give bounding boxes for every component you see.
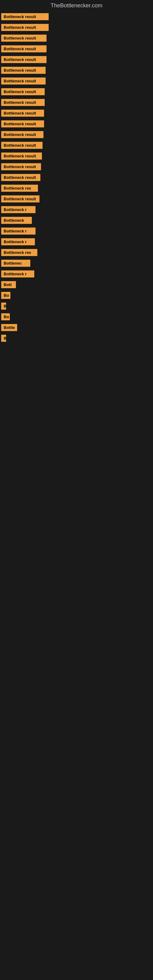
bottleneck-result-bar: Bottle: [1, 324, 17, 331]
bottleneck-result-bar: Bottleneck result: [1, 56, 46, 63]
list-item: Bottleneck result: [0, 97, 153, 108]
list-item: Bottleneck result: [0, 76, 153, 86]
list-item: Bottleneck result: [0, 108, 153, 119]
list-item: Bottleneck result: [0, 86, 153, 97]
list-item: Bottlenec: [0, 258, 153, 269]
list-item: Bottleneck res: [0, 247, 153, 258]
list-item: Bo: [0, 290, 153, 301]
bottleneck-result-bar: Bottleneck result: [1, 153, 42, 159]
bottleneck-result-bar: Bottlenec: [1, 260, 30, 267]
list-item: Bottleneck result: [0, 43, 153, 54]
bottleneck-result-bar: Bottleneck result: [1, 174, 40, 181]
bottleneck-result-bar: B: [1, 335, 6, 342]
bottleneck-result-bar: Bottleneck result: [1, 45, 46, 52]
site-title: TheBottlenecker.com: [0, 0, 153, 11]
bottleneck-result-bar: Bottleneck res: [1, 249, 37, 256]
list-item: Bottleneck result: [0, 194, 153, 204]
bottleneck-result-bar: Bottleneck result: [1, 67, 46, 74]
list-item: Bottleneck result: [0, 22, 153, 33]
bottleneck-result-bar: Bott: [1, 281, 16, 288]
bottleneck-result-bar: Bottleneck result: [1, 142, 43, 149]
bottleneck-result-bar: Bottleneck result: [1, 13, 49, 20]
bottleneck-result-bar: Bottleneck result: [1, 88, 45, 95]
list-item: Bottleneck result: [0, 161, 153, 172]
list-item: Bottleneck r: [0, 236, 153, 247]
bars-container: Bottleneck resultBottleneck resultBottle…: [0, 11, 153, 344]
list-item: Bottleneck res: [0, 183, 153, 194]
list-item: Bottleneck result: [0, 54, 153, 65]
bottleneck-result-bar: Bottleneck result: [1, 110, 44, 117]
list-item: Bottleneck r: [0, 226, 153, 236]
bottleneck-result-bar: Bottleneck r: [1, 238, 35, 245]
list-item: Bottleneck result: [0, 151, 153, 161]
bottleneck-result-bar: Bottleneck r: [1, 270, 34, 277]
list-item: Bottleneck: [0, 215, 153, 226]
bottleneck-result-bar: Bo: [1, 292, 10, 299]
list-item: Bottleneck result: [0, 172, 153, 183]
list-item: Bottleneck result: [0, 119, 153, 129]
bottleneck-result-bar: Bottleneck r: [1, 228, 35, 235]
bottleneck-result-bar: Bottleneck result: [1, 24, 49, 31]
list-item: Bottleneck result: [0, 140, 153, 151]
bottleneck-result-bar: Bottleneck result: [1, 78, 46, 84]
bottleneck-result-bar: Bottleneck: [1, 217, 32, 224]
bottleneck-result-bar: Bottleneck result: [1, 35, 46, 41]
bottleneck-result-bar: Bottleneck res: [1, 185, 38, 192]
list-item: B: [0, 333, 153, 344]
list-item: Bottleneck r: [0, 204, 153, 215]
bottleneck-result-bar: B: [1, 302, 6, 310]
bottleneck-result-bar: Bo: [1, 313, 10, 320]
bottleneck-result-bar: Bottleneck result: [1, 163, 41, 170]
bottleneck-result-bar: Bottleneck r: [1, 206, 35, 213]
list-item: Bo: [0, 312, 153, 322]
list-item: Bottle: [0, 322, 153, 333]
bottleneck-result-bar: Bottleneck result: [1, 99, 45, 106]
list-item: Bottleneck result: [0, 11, 153, 22]
bottleneck-result-bar: Bottleneck result: [1, 120, 44, 127]
bottleneck-result-bar: Bottleneck result: [1, 196, 40, 202]
list-item: Bottleneck result: [0, 65, 153, 76]
list-item: Bottleneck result: [0, 129, 153, 140]
bottleneck-result-bar: Bottleneck result: [1, 131, 43, 138]
list-item: B: [0, 301, 153, 312]
list-item: Bottleneck result: [0, 33, 153, 43]
list-item: Bott: [0, 279, 153, 290]
list-item: Bottleneck r: [0, 269, 153, 279]
